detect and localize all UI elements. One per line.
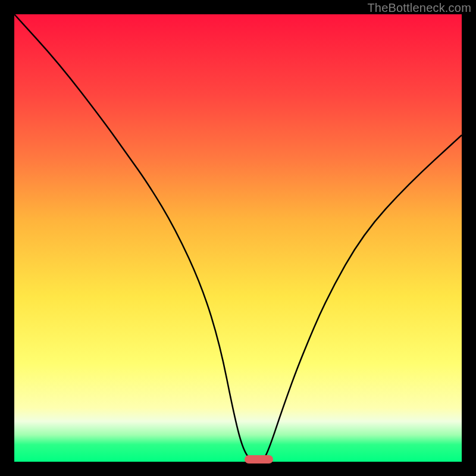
chart-plot-area xyxy=(14,14,462,462)
curve-path xyxy=(14,14,462,462)
watermark-text: TheBottleneck.com xyxy=(367,1,471,15)
bottleneck-curve xyxy=(14,14,462,462)
optimal-point-marker xyxy=(245,455,273,464)
